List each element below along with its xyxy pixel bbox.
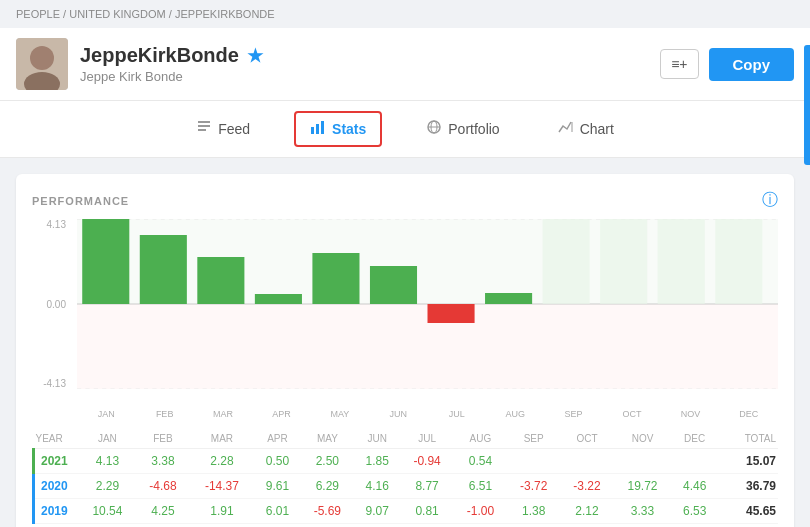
tabs: Feed Stats Portfolio Chart — [0, 101, 810, 158]
col-jul: JUL — [400, 429, 453, 449]
y-label-bot: -4.13 — [43, 378, 66, 389]
x-label-apr: APR — [252, 409, 310, 419]
main-content: PERFORMANCE ⓘ 4.13 0.00 -4.13 — [0, 158, 810, 527]
cell-2021-jan: 4.13 — [79, 449, 137, 474]
username-text: JeppeKirkBonde — [80, 44, 239, 67]
cell-2020-aug: 6.51 — [454, 474, 507, 499]
performance-chart — [77, 219, 778, 389]
right-sidebar-indicator — [804, 45, 810, 165]
cell-2019-apr: 6.01 — [254, 499, 300, 524]
svg-rect-8 — [321, 121, 324, 134]
y-label-top: 4.13 — [47, 219, 66, 230]
svg-rect-26 — [543, 219, 590, 304]
x-label-jul: JUL — [428, 409, 486, 419]
copy-button[interactable]: Copy — [709, 48, 795, 81]
star-icon[interactable]: ★ — [247, 45, 263, 67]
tab-feed[interactable]: Feed — [182, 113, 264, 145]
col-may: MAY — [301, 429, 354, 449]
svg-rect-23 — [370, 266, 417, 304]
header-actions: ≡+ Copy — [660, 48, 794, 81]
x-label-nov: NOV — [661, 409, 719, 419]
year-2020: 2020 — [34, 474, 79, 499]
svg-rect-24 — [428, 304, 475, 323]
svg-rect-7 — [316, 124, 319, 134]
stats-icon — [310, 119, 326, 139]
chart-icon — [558, 119, 574, 139]
cell-2019-jun: 9.07 — [354, 499, 400, 524]
svg-rect-21 — [255, 294, 302, 304]
cell-2020-jan: 2.29 — [79, 474, 137, 499]
cell-2021-jul: -0.94 — [400, 449, 453, 474]
cell-2021-dec — [671, 449, 717, 474]
col-mar: MAR — [190, 429, 255, 449]
svg-rect-25 — [485, 293, 532, 304]
card-title: PERFORMANCE — [32, 195, 129, 207]
x-label-aug: AUG — [486, 409, 544, 419]
svg-rect-28 — [658, 219, 705, 304]
user-info: JeppeKirkBonde ★ Jeppe Kirk Bonde — [80, 44, 660, 84]
col-total: TOTAL — [718, 429, 778, 449]
cell-2019-oct: 2.12 — [560, 499, 613, 524]
cell-2019-feb: 4.25 — [136, 499, 189, 524]
x-label-sep: SEP — [544, 409, 602, 419]
svg-point-1 — [30, 46, 54, 70]
portfolio-icon — [426, 119, 442, 139]
col-aug: AUG — [454, 429, 507, 449]
avatar — [16, 38, 68, 90]
table-header: YEAR JAN FEB MAR APR MAY JUN JUL AUG SEP… — [34, 429, 779, 449]
svg-rect-18 — [82, 219, 129, 304]
col-year: YEAR — [34, 429, 79, 449]
x-label-mar: MAR — [194, 409, 252, 419]
cell-2020-may: 6.29 — [301, 474, 354, 499]
svg-rect-3 — [198, 121, 210, 123]
svg-rect-19 — [140, 235, 187, 304]
svg-rect-27 — [600, 219, 647, 304]
svg-rect-29 — [715, 219, 762, 304]
cell-2019-total: 45.65 — [718, 499, 778, 524]
cell-2020-sep: -3.72 — [507, 474, 560, 499]
tab-stats[interactable]: Stats — [294, 111, 382, 147]
year-2021: 2021 — [34, 449, 79, 474]
cell-2019-sep: 1.38 — [507, 499, 560, 524]
cell-2021-aug: 0.54 — [454, 449, 507, 474]
col-jun: JUN — [354, 429, 400, 449]
x-label-may: MAY — [311, 409, 369, 419]
cell-2019-nov: 3.33 — [614, 499, 672, 524]
x-label-jun: JUN — [369, 409, 427, 419]
info-icon[interactable]: ⓘ — [762, 190, 778, 211]
cell-2019-may: -5.69 — [301, 499, 354, 524]
tab-chart[interactable]: Chart — [544, 113, 628, 145]
x-label-feb: FEB — [135, 409, 193, 419]
col-dec: DEC — [671, 429, 717, 449]
tab-stats-label: Stats — [332, 121, 366, 137]
tab-portfolio-label: Portfolio — [448, 121, 499, 137]
cell-2020-oct: -3.22 — [560, 474, 613, 499]
feed-icon — [196, 119, 212, 139]
y-label-mid: 0.00 — [47, 299, 66, 310]
svg-rect-4 — [198, 125, 210, 127]
table-row: 2019 10.54 4.25 1.91 6.01 -5.69 9.07 0.8… — [34, 499, 779, 524]
cell-2021-apr: 0.50 — [254, 449, 300, 474]
svg-rect-22 — [312, 253, 359, 304]
col-feb: FEB — [136, 429, 189, 449]
cell-2020-apr: 9.61 — [254, 474, 300, 499]
svg-rect-20 — [197, 257, 244, 304]
tab-feed-label: Feed — [218, 121, 250, 137]
breadcrumb-user: JEPPEKIRKBONDE — [175, 8, 275, 20]
cell-2021-may: 2.50 — [301, 449, 354, 474]
breadcrumb-people[interactable]: PEOPLE — [16, 8, 60, 20]
breadcrumb-uk[interactable]: UNITED KINGDOM — [69, 8, 166, 20]
menu-button[interactable]: ≡+ — [660, 49, 698, 79]
cell-2021-total: 15.07 — [718, 449, 778, 474]
x-label-oct: OCT — [603, 409, 661, 419]
cell-2020-dec: 4.46 — [671, 474, 717, 499]
performance-card: PERFORMANCE ⓘ 4.13 0.00 -4.13 — [16, 174, 794, 527]
col-apr: APR — [254, 429, 300, 449]
cell-2019-mar: 1.91 — [190, 499, 255, 524]
user-subname: Jeppe Kirk Bonde — [80, 69, 660, 84]
performance-table: YEAR JAN FEB MAR APR MAY JUN JUL AUG SEP… — [32, 429, 778, 524]
cell-2021-nov — [614, 449, 672, 474]
cell-2020-jul: 8.77 — [400, 474, 453, 499]
tab-portfolio[interactable]: Portfolio — [412, 113, 513, 145]
card-header: PERFORMANCE ⓘ — [32, 190, 778, 211]
